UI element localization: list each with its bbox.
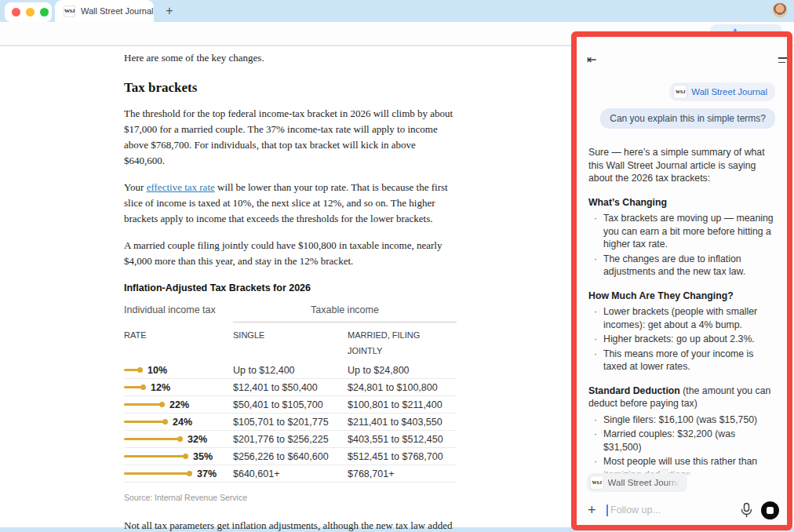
rate-bar [124,455,184,457]
married-range: Up to $24,800 [348,363,457,378]
rate-value: 35% [193,449,213,465]
user-avatar[interactable] [772,2,788,18]
window-controls [5,2,52,22]
single-range: $256,226 to $640,600 [233,449,348,465]
bullet-item: Married couples: $32,200 (was $31,500) [603,428,775,454]
chat-thread: WSJ Wall Street Journal Can you explain … [577,82,787,525]
article-paragraph: Not all tax parameters get inflation adj… [124,518,457,532]
married-range: $24,801 to $100,800 [348,380,457,395]
table-row: 32% $201,776 to $256,225 $403,551 to $51… [124,431,457,448]
section-heading: How Much Are They Changing? [588,290,734,301]
input-placeholder: Follow up... [610,505,740,516]
rate-bar [124,386,141,388]
single-range: $640,601+ [233,466,348,482]
new-tab-button[interactable]: + [161,2,178,20]
rate-bar [124,369,138,371]
table-group-right: Taxable income [233,302,457,322]
composer-context-chip[interactable]: WSJ Wall Street Journal [587,473,687,492]
bullet-item: Higher brackets: go up about 2.3%. [603,333,755,346]
wsj-favicon: WSJ [64,5,75,17]
zoom-window-button[interactable] [40,8,49,16]
paragraph-text: Your [124,181,147,193]
table-row: 10% Up to $12,400 Up to $24,800 [124,362,457,379]
rate-bar [124,472,188,475]
bullet-item: The changes are due to inflation adjustm… [603,253,775,279]
table-row: 12% $12,401 to $50,400 $24,801 to $100,8… [124,379,457,396]
single-range: $12,401 to $50,400 [233,380,348,395]
attach-plus-button[interactable]: + [588,502,603,519]
mic-icon[interactable] [740,502,753,518]
stop-generating-button[interactable] [761,501,779,519]
close-window-button[interactable] [12,8,20,16]
rate-value: 22% [169,397,189,413]
rate-bar-dot [183,454,188,459]
article-paragraph: A married couple filing jointly could ha… [124,238,457,269]
rate-value: 10% [148,363,167,378]
tax-brackets-table: Inflation-Adjusted Tax Brackets for 2026… [124,280,457,505]
rate-value: 32% [188,432,207,447]
context-source-chip[interactable]: WSJ Wall Street Journal [669,82,775,101]
section-whats-changing: What’s Changing ·Tax brackets are moving… [588,196,775,279]
rate-bar-dot [162,419,168,425]
single-range: Up to $12,400 [233,363,348,378]
married-range: $512,451 to $768,700 [348,449,457,465]
section-how-much: How Much Are They Changing? ·Lower brack… [588,290,775,373]
rate-bar-dot [159,402,165,407]
column-header-married: MARRIED, FILING JOINTLY [348,327,457,359]
effective-tax-rate-link[interactable]: effective tax rate [147,181,215,193]
collapse-panel-icon[interactable]: ⇤ [587,53,597,67]
married-range: $768,701+ [348,466,457,482]
table-row: 22% $50,401 to $105,700 $100,801 to $211… [124,396,457,414]
wsj-mini-icon: WSJ [591,476,603,489]
article-intro: Here are some of the key changes. [124,50,457,66]
single-range: $50,401 to $105,700 [233,397,348,413]
rate-bar-dot [137,367,143,373]
bullet-item: Lower brackets (people with smaller inco… [603,305,775,331]
rate-value: 12% [151,380,170,395]
bullet-item: Tax brackets are moving up — meaning you… [603,212,775,251]
article-body: Here are some of the key changes. Tax br… [124,50,457,532]
article-paragraph: Your effective tax rate will be lower th… [124,180,457,227]
column-header-single: SINGLE [233,327,348,359]
rate-bar-dot [177,436,183,442]
section-heading: What’s Changing [588,197,667,208]
followup-input[interactable]: + Follow up... [577,498,787,522]
bullet-item: This means more of your income is taxed … [603,348,775,373]
text-caret [606,505,608,516]
assistant-panel: ⇤ WSJ Wall Street Journal Can you explai… [577,37,787,525]
context-chip-label: Wall Street Journal [691,87,767,97]
rate-bar-dot [140,384,146,390]
user-message: Can you explain this in simple terms? [600,108,775,129]
table-source: Source: Internal Revenue Service [124,490,457,505]
heading-tax-brackets: Tax brackets [124,80,457,96]
assistant-intro: Sure — here’s a simple summary of what t… [588,146,775,185]
married-range: $100,801 to $211,400 [348,397,457,413]
column-header-rate: RATE [124,327,233,359]
minimize-window-button[interactable] [26,8,35,16]
panel-menu-icon[interactable] [778,57,787,65]
tab-title: Wall Street Journal [81,6,154,16]
rate-value: 24% [173,414,192,430]
rate-value: 37% [197,466,217,482]
table-row: 37% $640,601+ $768,701+ [124,465,457,483]
tab-wall-street-journal[interactable]: WSJ Wall Street Journal [55,0,154,22]
single-range: $105,701 to $201,775 [233,414,348,430]
assistant-panel-highlight: ⇤ WSJ Wall Street Journal Can you explai… [571,31,792,530]
table-row: 24% $105,701 to $201,775 $211,401 to $40… [124,414,457,431]
composer-chip-label: Wall Street Journal [608,478,681,487]
rate-bar [124,421,163,423]
composer: WSJ Wall Street Journal + Follow up... [577,467,787,525]
married-range: $403,551 to $512,450 [348,432,457,447]
married-range: $211,401 to $403,550 [348,414,457,430]
tab-bar: WSJ Wall Street Journal + [0,0,794,22]
rate-bar [124,438,178,440]
rate-bar-dot [187,471,192,476]
wsj-mini-icon: WSJ [674,86,687,98]
rate-bar [124,403,160,406]
article-paragraph: The threshold for the top federal income… [124,106,457,169]
table-title: Inflation-Adjusted Tax Brackets for 2026 [124,280,457,296]
section-heading: Standard Deduction [588,385,680,396]
bullet-item: Single filers: $16,100 (was $15,750) [603,414,757,427]
table-row: 35% $256,226 to $640,600 $512,451 to $76… [124,448,457,465]
table-group-left: Individual income tax [124,302,233,322]
